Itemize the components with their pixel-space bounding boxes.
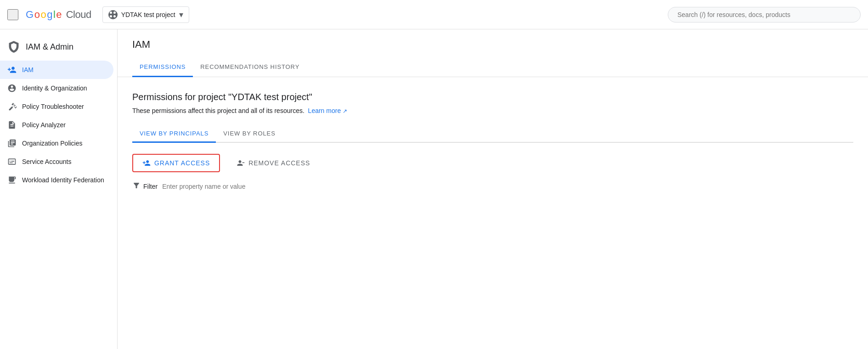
list-icon (7, 139, 17, 148)
person-add-btn-icon (142, 159, 151, 167)
filter-row: Filter (132, 181, 853, 191)
chevron-down-icon: ▾ (179, 10, 183, 20)
main-tabs: PERMISSIONS RECOMMENDATIONS HISTORY (118, 58, 868, 77)
wrench-icon (7, 102, 17, 111)
sidebar: IAM & Admin IAM Identity & Organization (0, 29, 118, 349)
sidebar-item-identity-organization[interactable]: Identity & Organization (0, 79, 113, 97)
sidebar-header-title: IAM & Admin (26, 42, 73, 52)
actions-row: GRANT ACCESS REMOVE ACCESS (132, 154, 853, 172)
shield-icon (7, 40, 20, 53)
cloud-label: Cloud (66, 9, 91, 21)
google-logo: Google Cloud (26, 9, 91, 21)
grant-access-label: GRANT ACCESS (154, 159, 210, 167)
project-name: YDTAK test project (121, 11, 175, 18)
person-add-icon (7, 65, 17, 74)
sub-tab-view-by-roles[interactable]: VIEW BY ROLES (216, 125, 282, 143)
menu-button[interactable] (7, 9, 18, 20)
filter-label-group: Filter (132, 181, 158, 191)
grant-access-button[interactable]: GRANT ACCESS (132, 154, 220, 172)
sidebar-item-label-service-accounts: Service Accounts (22, 158, 71, 165)
topbar: Google Cloud YDTAK test project ▾ (0, 0, 868, 29)
tab-recommendations-history[interactable]: RECOMMENDATIONS HISTORY (193, 58, 307, 77)
document-search-icon (7, 120, 17, 129)
sidebar-item-label-iam: IAM (22, 66, 34, 73)
sidebar-header: IAM & Admin (0, 35, 117, 61)
tab-permissions[interactable]: PERMISSIONS (132, 58, 193, 77)
sidebar-item-iam[interactable]: IAM (0, 61, 113, 79)
sidebar-item-label-troubleshooter: Policy Troubleshooter (22, 103, 84, 110)
monitor-icon (7, 157, 17, 166)
filter-lines-icon (132, 181, 141, 191)
app-layout: IAM & Admin IAM Identity & Organization (0, 29, 868, 349)
account-circle-icon (7, 84, 17, 93)
remove-access-button[interactable]: REMOVE ACCESS (227, 155, 319, 171)
sidebar-item-policy-analyzer[interactable]: Policy Analyzer (0, 116, 113, 134)
main-content: IAM PERMISSIONS RECOMMENDATIONS HISTORY … (118, 29, 868, 349)
sidebar-item-label-workload-identity: Workload Identity Federation (22, 176, 104, 184)
sub-tabs: VIEW BY PRINCIPALS VIEW BY ROLES (132, 125, 853, 143)
external-link-icon: ↗ (343, 108, 347, 114)
filter-input[interactable] (162, 183, 300, 190)
sidebar-item-workload-identity[interactable]: Workload Identity Federation (0, 171, 113, 189)
learn-more-link[interactable]: Learn more ↗ (308, 107, 347, 114)
sidebar-item-label-identity: Identity & Organization (22, 84, 87, 92)
sidebar-item-label-analyzer: Policy Analyzer (22, 121, 66, 129)
remove-access-label: REMOVE ACCESS (248, 159, 310, 167)
permissions-description: These permissions affect this project an… (132, 107, 853, 114)
main-header: IAM (118, 29, 868, 51)
search-input[interactable] (668, 7, 861, 23)
sidebar-item-organization-policies[interactable]: Organization Policies (0, 134, 113, 152)
page-title: IAM (132, 39, 853, 51)
sub-tab-view-by-principals[interactable]: VIEW BY PRINCIPALS (132, 125, 216, 143)
person-remove-btn-icon (237, 159, 245, 167)
monitor-code-icon (7, 175, 17, 185)
project-selector[interactable]: YDTAK test project ▾ (102, 6, 189, 23)
filter-text-label: Filter (143, 183, 158, 190)
sidebar-item-policy-troubleshooter[interactable]: Policy Troubleshooter (0, 97, 113, 116)
permissions-content: Permissions for project "YDTAK test proj… (118, 77, 868, 191)
sidebar-item-label-org-policies: Organization Policies (22, 140, 83, 147)
sidebar-item-service-accounts[interactable]: Service Accounts (0, 152, 113, 171)
project-icon (108, 10, 118, 19)
permissions-title: Permissions for project "YDTAK test proj… (132, 92, 853, 102)
